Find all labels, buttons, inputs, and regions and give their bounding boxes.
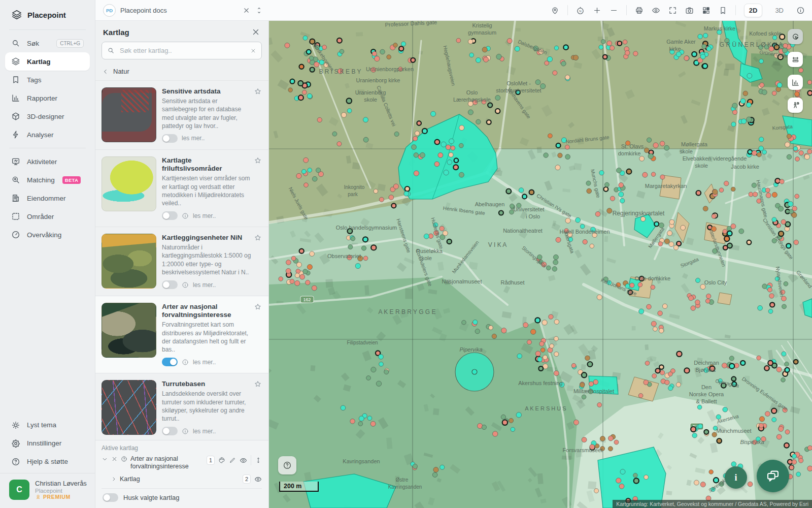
- document-tab[interactable]: PD Placepoint docs: [95, 4, 269, 17]
- observation-dot[interactable]: [342, 112, 347, 117]
- observation-dot[interactable]: [535, 318, 540, 323]
- observation-dot[interactable]: [444, 170, 449, 175]
- observation-dot[interactable]: [807, 90, 812, 95]
- observation-dot[interactable]: [307, 50, 311, 54]
- observation-dot[interactable]: [285, 43, 290, 48]
- collapse-tab-icon[interactable]: [255, 7, 263, 14]
- observation-dot[interactable]: [554, 46, 559, 50]
- observation-dot[interactable]: [506, 189, 511, 194]
- observation-dot[interactable]: [759, 59, 764, 64]
- observation-dot[interactable]: [556, 143, 561, 148]
- observation-dot[interactable]: [415, 131, 419, 136]
- observation-dot[interactable]: [741, 119, 747, 124]
- observation-dot[interactable]: [298, 81, 303, 86]
- observation-dot[interactable]: [565, 154, 570, 160]
- observation-dot[interactable]: [413, 464, 417, 468]
- observation-dot[interactable]: [692, 52, 697, 57]
- observation-dot[interactable]: [555, 165, 560, 170]
- observation-dot[interactable]: [644, 148, 649, 153]
- observation-dot[interactable]: [552, 267, 557, 272]
- sidebar-item-aktiviteter[interactable]: Aktiviteter: [5, 152, 90, 171]
- observation-dot[interactable]: [607, 208, 612, 213]
- layer-toggle[interactable]: [162, 134, 178, 143]
- observation-dot[interactable]: [433, 467, 438, 472]
- observation-dot[interactable]: [692, 433, 697, 438]
- observation-dot[interactable]: [668, 386, 673, 390]
- observation-dot[interactable]: [300, 274, 305, 279]
- observation-dot[interactable]: [654, 222, 659, 227]
- observation-dot[interactable]: [473, 320, 478, 325]
- observation-dot[interactable]: [747, 73, 752, 78]
- observation-dot[interactable]: [771, 408, 776, 414]
- observation-dot[interactable]: [758, 305, 763, 310]
- observation-dot[interactable]: [669, 242, 674, 247]
- observation-dot[interactable]: [731, 187, 735, 192]
- observation-dot[interactable]: [468, 39, 472, 44]
- observation-dot[interactable]: [691, 306, 696, 311]
- observation-dot[interactable]: [706, 47, 711, 51]
- observation-dot[interactable]: [290, 79, 295, 84]
- observation-dot[interactable]: [697, 405, 702, 409]
- observation-dot[interactable]: [393, 184, 398, 189]
- observation-dot[interactable]: [519, 188, 524, 193]
- observation-dot[interactable]: [733, 110, 737, 114]
- observation-dot[interactable]: [554, 352, 559, 357]
- layer-search-input[interactable]: [119, 46, 246, 55]
- observation-dot[interactable]: [394, 132, 399, 136]
- observation-dot[interactable]: [616, 168, 621, 173]
- observation-dot[interactable]: [610, 46, 615, 50]
- observation-dot[interactable]: [561, 61, 566, 66]
- observation-dot[interactable]: [740, 99, 746, 104]
- observation-dot[interactable]: [538, 366, 543, 371]
- observation-dot[interactable]: [770, 302, 774, 307]
- observation-dot[interactable]: [459, 125, 464, 131]
- observation-dot[interactable]: [589, 382, 593, 386]
- observation-dot[interactable]: [727, 243, 732, 248]
- observation-dot[interactable]: [389, 195, 394, 200]
- observation-dot[interactable]: [279, 277, 283, 281]
- observation-dot[interactable]: [644, 380, 649, 385]
- observation-dot[interactable]: [372, 51, 377, 56]
- observation-dot[interactable]: [638, 393, 643, 398]
- observation-dot[interactable]: [361, 246, 366, 250]
- observation-dot[interactable]: [363, 137, 368, 142]
- observation-dot[interactable]: [757, 152, 761, 157]
- observation-dot[interactable]: [303, 157, 309, 163]
- observation-dot[interactable]: [684, 56, 689, 61]
- observation-dot[interactable]: [298, 95, 303, 100]
- observation-dot[interactable]: [459, 143, 463, 148]
- observation-dot[interactable]: [660, 175, 665, 179]
- observation-dot[interactable]: [348, 244, 353, 249]
- mode-2d-button[interactable]: 2D: [744, 4, 763, 17]
- observation-dot[interactable]: [651, 321, 656, 326]
- observation-dot[interactable]: [785, 142, 790, 147]
- observation-dot[interactable]: [792, 454, 797, 459]
- observation-dot[interactable]: [447, 239, 452, 244]
- measure-tool-button[interactable]: [788, 52, 803, 67]
- observation-dot[interactable]: [527, 340, 531, 344]
- observation-dot[interactable]: [640, 216, 645, 221]
- observation-dot[interactable]: [379, 362, 384, 366]
- observation-dot[interactable]: [523, 323, 528, 328]
- observation-dot[interactable]: [310, 251, 315, 257]
- observation-dot[interactable]: [705, 299, 710, 303]
- observation-dot[interactable]: [659, 328, 663, 333]
- observation-dot[interactable]: [724, 236, 729, 241]
- les-mer-link[interactable]: les mer..: [182, 135, 205, 142]
- observation-dot[interactable]: [807, 466, 812, 471]
- observation-dot[interactable]: [752, 183, 756, 187]
- observation-dot[interactable]: [580, 224, 585, 229]
- observation-dot[interactable]: [785, 368, 790, 372]
- observation-dot[interactable]: [719, 188, 724, 193]
- observation-dot[interactable]: [702, 64, 707, 69]
- observation-dot[interactable]: [517, 354, 522, 359]
- observation-dot[interactable]: [414, 153, 418, 157]
- observation-dot[interactable]: [662, 304, 667, 309]
- observation-dot[interactable]: [399, 46, 403, 51]
- observation-dot[interactable]: [599, 45, 603, 50]
- observation-dot[interactable]: [768, 361, 773, 366]
- layer-help-icon[interactable]: [121, 456, 127, 462]
- observation-dot[interactable]: [696, 190, 701, 196]
- observation-dot[interactable]: [501, 415, 505, 419]
- observation-dot[interactable]: [583, 239, 587, 244]
